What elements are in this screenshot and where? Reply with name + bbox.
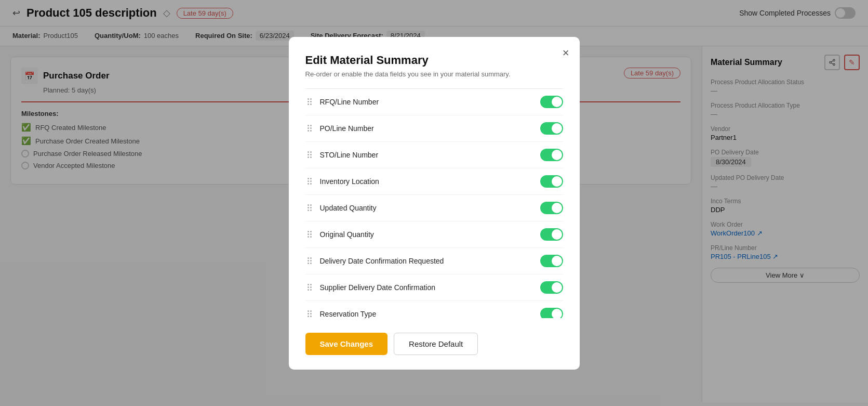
field-row: Original Quantity xyxy=(305,221,563,248)
field-toggle[interactable] xyxy=(540,175,563,188)
field-row: Supplier Delivery Date Confirmation xyxy=(305,274,563,301)
restore-default-button[interactable]: Restore Default xyxy=(394,333,478,355)
field-name: STO/Line Number xyxy=(320,151,534,159)
field-name: Updated Quantity xyxy=(320,204,534,212)
modal-subtitle: Re-order or enable the data fields you s… xyxy=(305,70,563,78)
field-toggle[interactable] xyxy=(540,122,563,135)
page-background: ↩ Product 105 description ◇ Late 59 day(… xyxy=(0,0,868,406)
drag-handle[interactable] xyxy=(305,231,314,238)
modal-close-button[interactable]: × xyxy=(563,47,569,59)
field-row: Inventory Location xyxy=(305,168,563,195)
field-name: Original Quantity xyxy=(320,230,534,239)
modal-footer: Save Changes Restore Default xyxy=(305,331,563,355)
modal-overlay[interactable]: × Edit Material Summary Re-order or enab… xyxy=(0,0,868,406)
field-row: Reservation Type xyxy=(305,301,563,318)
field-toggle[interactable] xyxy=(540,228,563,241)
field-name: Inventory Location xyxy=(320,177,534,186)
field-toggle[interactable] xyxy=(540,96,563,108)
drag-handle[interactable] xyxy=(305,257,314,264)
field-name: Delivery Date Confirmation Requested xyxy=(320,257,534,265)
field-row: PO/Line Number xyxy=(305,115,563,142)
drag-handle[interactable] xyxy=(305,310,314,317)
field-toggle[interactable] xyxy=(540,281,563,294)
modal-title: Edit Material Summary xyxy=(305,54,563,67)
field-row: STO/Line Number xyxy=(305,142,563,168)
field-name: Supplier Delivery Date Confirmation xyxy=(320,283,534,292)
field-list: RFQ/Line Number PO/Line Number STO/Line … xyxy=(305,88,563,318)
field-toggle[interactable] xyxy=(540,202,563,214)
drag-handle[interactable] xyxy=(305,151,314,158)
field-row: Delivery Date Confirmation Requested xyxy=(305,248,563,274)
field-row: Updated Quantity xyxy=(305,195,563,221)
drag-handle[interactable] xyxy=(305,204,314,211)
drag-handle[interactable] xyxy=(305,178,314,185)
field-toggle[interactable] xyxy=(540,149,563,161)
field-name: Reservation Type xyxy=(320,310,534,318)
save-changes-button[interactable]: Save Changes xyxy=(305,333,388,355)
edit-material-summary-modal: × Edit Material Summary Re-order or enab… xyxy=(289,37,580,370)
field-toggle[interactable] xyxy=(540,255,563,267)
drag-handle[interactable] xyxy=(305,98,314,105)
drag-handle[interactable] xyxy=(305,125,314,132)
field-toggle[interactable] xyxy=(540,308,563,318)
field-name: RFQ/Line Number xyxy=(320,98,534,106)
field-name: PO/Line Number xyxy=(320,124,534,133)
field-row: RFQ/Line Number xyxy=(305,89,563,115)
drag-handle[interactable] xyxy=(305,284,314,291)
